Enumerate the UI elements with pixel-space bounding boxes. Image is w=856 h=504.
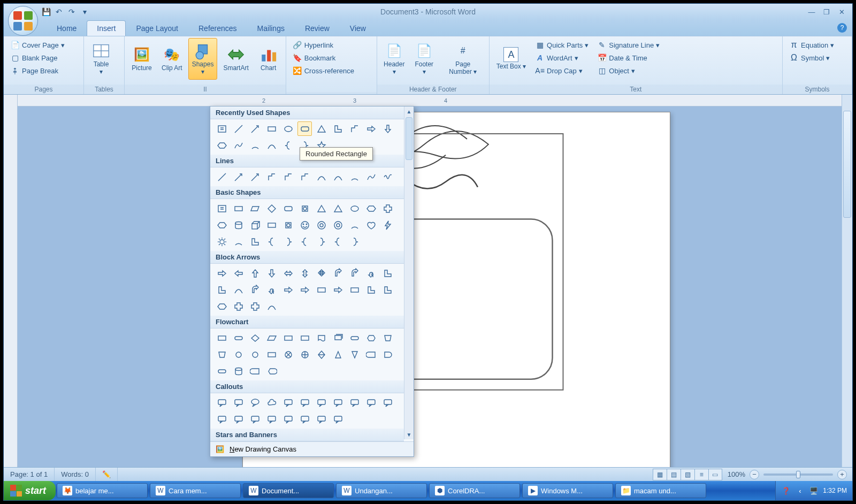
shapes-scrollbar[interactable]: ▲ ▼ [404,106,414,439]
shape-lrarrow[interactable] [281,266,295,280]
shape-rect[interactable] [231,201,246,216]
shape-textbox[interactable] [215,201,229,216]
shape-callout1[interactable] [248,412,262,426]
shape-uturn[interactable] [364,266,378,280]
shape-arrowline[interactable] [248,170,262,184]
minimize-button[interactable]: — [805,7,818,17]
shapes-button[interactable]: Shapes▾ [188,38,218,80]
shape-scrib[interactable] [380,170,395,184]
shape-flowstor[interactable] [248,364,262,378]
shape-lshape[interactable] [248,234,262,249]
symbol-button[interactable]: ΩSymbol ▾ [786,52,849,64]
shape-elbow[interactable] [281,170,295,184]
shape-callout2[interactable] [248,395,262,410]
shape-arc[interactable] [347,170,362,184]
shape-arc[interactable] [231,234,246,249]
shape-flowdec[interactable] [248,331,262,345]
shape-elbow[interactable] [297,170,312,184]
taskbar-item-firefox[interactable]: 🦊belajar me... [57,483,148,498]
tray-chevron-icon[interactable]: ‹ [795,486,805,495]
shape-lbrace[interactable] [281,138,295,152]
shape-callout1[interactable] [231,412,246,426]
shape-callout1[interactable] [297,395,312,410]
shape-callout1[interactable] [231,395,246,410]
shape-curve[interactable] [314,170,328,184]
shape-flowsort[interactable] [314,347,328,362]
redo-icon[interactable]: ↷ [67,7,77,17]
shape-elbow[interactable] [347,121,362,136]
shape-line[interactable] [231,121,246,136]
taskbar-item-corel[interactable]: ⬢CorelDRA... [429,483,520,498]
drop-cap-button[interactable]: A≡Drop Cap ▾ [532,65,592,77]
equation-button[interactable]: πEquation ▾ [786,39,849,51]
shape-callout1[interactable] [347,395,362,410]
shape-arrowline[interactable] [248,121,262,136]
chart-button[interactable]: Chart [255,38,282,80]
shape-flowdelay[interactable] [380,347,395,362]
date-time-button[interactable]: 📅Date & Time [594,52,663,64]
tray-clock[interactable]: 1:32 PM [823,487,847,494]
shape-flowsum[interactable] [281,347,295,362]
vertical-ruler[interactable] [4,95,18,467]
tab-view[interactable]: View [340,20,376,36]
shape-bent[interactable] [248,282,262,297]
shape-flowterm[interactable] [231,331,246,345]
shape-flowdata[interactable] [264,331,279,345]
hyperlink-button[interactable]: 🔗Hyperlink [289,39,373,51]
shape-uarrow[interactable] [248,266,262,280]
zoom-in-button[interactable]: + [837,470,847,479]
shape-bent[interactable] [347,266,362,280]
qat-menu-icon[interactable]: ▾ [80,7,89,17]
taskbar-item-wmp[interactable]: ▶Windows M... [522,483,613,498]
shape-callout1[interactable] [215,395,229,410]
shape-free[interactable] [231,138,246,152]
shape-callout1[interactable] [215,412,229,426]
shape-sun[interactable] [215,234,229,249]
zoom-out-button[interactable]: − [750,470,759,479]
horizontal-ruler[interactable]: 2 3 4 [18,95,852,106]
undo-icon[interactable]: ↶ [54,7,64,17]
shape-flowdisp[interactable] [264,364,279,378]
shape-callout1[interactable] [281,412,295,426]
shape-larrow[interactable] [231,266,246,280]
shape-callout1[interactable] [331,395,345,410]
status-page[interactable]: Page: 1 of 1 [4,468,55,481]
view-outline[interactable]: ≡ [694,469,708,480]
shape-flowproc[interactable] [297,331,312,345]
shape-can[interactable] [281,218,295,232]
shape-smile[interactable] [297,218,312,232]
view-full-screen[interactable]: ▤ [667,469,681,480]
shape-rect[interactable] [347,282,362,297]
shape-flowproc[interactable] [215,331,229,345]
shape-udarrow[interactable] [297,266,312,280]
shape-callout1[interactable] [314,412,328,426]
shape-diamond[interactable] [264,201,279,216]
shape-callout1[interactable] [331,412,345,426]
shape-tri[interactable] [314,121,328,136]
picture-button[interactable]: 🖼️Picture [128,38,156,80]
start-button[interactable]: start [4,481,56,500]
shape-rarrow[interactable] [331,282,345,297]
wordart-button[interactable]: AWordArt ▾ [532,52,592,64]
shape-flowproc[interactable] [281,331,295,345]
shape-rect[interactable] [264,218,279,232]
signature-line-button[interactable]: ✎Signature Line ▾ [594,39,663,51]
office-button[interactable] [8,6,38,36]
shape-rarrow[interactable] [215,266,229,280]
shape-rbrace[interactable] [281,234,295,249]
shape-lbrace[interactable] [264,234,279,249]
clip-art-button[interactable]: 🎭Clip Art [158,38,186,80]
footer-button[interactable]: 📄Footer▾ [410,38,438,80]
shape-curve[interactable] [264,299,279,314]
shape-lshape[interactable] [364,282,378,297]
tray-monitor-icon[interactable]: 🖥️ [809,486,819,495]
shape-flowconn[interactable] [248,347,262,362]
shape-rarrow[interactable] [364,121,378,136]
shape-arrowline[interactable] [231,170,246,184]
object-button[interactable]: ◫Object ▾ [594,65,663,77]
shape-flowterm[interactable] [215,364,229,378]
shape-rbrace[interactable] [347,234,362,249]
shape-curve[interactable] [231,282,246,297]
shape-tri[interactable] [331,201,345,216]
shape-oval[interactable] [347,201,362,216]
